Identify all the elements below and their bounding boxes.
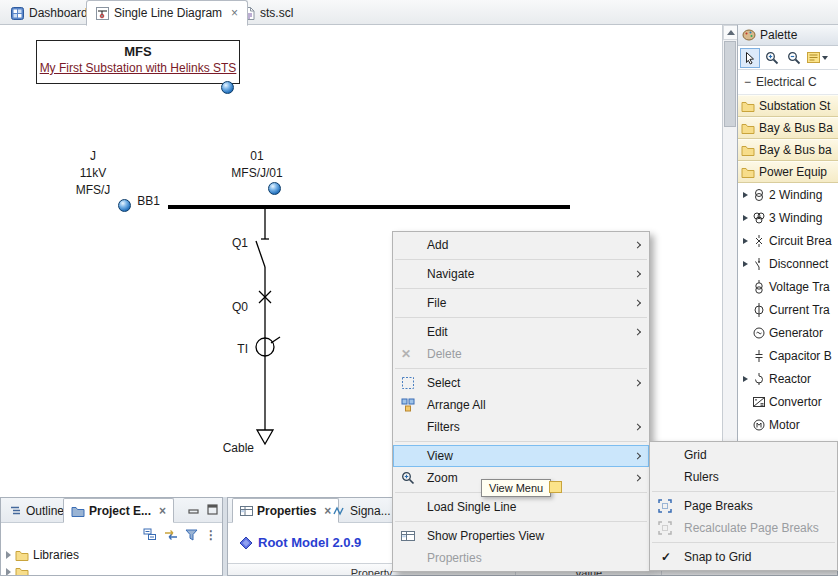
globe-marker-icon[interactable] <box>268 182 281 195</box>
zoom-icon <box>401 471 415 485</box>
palette-drawer-substation[interactable]: Substation St <box>738 95 838 117</box>
menu-item-properties[interactable]: Properties <box>393 547 649 569</box>
collapse-all-icon[interactable] <box>143 528 157 541</box>
feeder-symbols[interactable] <box>256 209 280 444</box>
voltage-level-label[interactable]: J 11kV MFS/J <box>58 148 128 199</box>
expand-arrow-icon[interactable] <box>741 238 749 244</box>
palette-tool-convertor[interactable]: Convertor <box>738 390 838 413</box>
transformer-3-winding-icon <box>752 211 766 225</box>
tab-label: Project E... <box>89 504 151 518</box>
link-with-editor-icon[interactable] <box>164 529 178 541</box>
menu-item-grid[interactable]: Grid <box>650 444 837 466</box>
filter-icon[interactable] <box>185 529 198 541</box>
expand-arrow-icon[interactable] <box>741 192 749 198</box>
menu-item-page-breaks[interactable]: Page Breaks <box>650 495 837 517</box>
tree-item-partial[interactable] <box>1 563 222 576</box>
palette-drawer-power-equipment[interactable]: Power Equip <box>738 161 838 183</box>
palette-drawer-bay-busbar-1[interactable]: Bay & Bus Ba <box>738 117 838 139</box>
dashboard-icon <box>11 7 24 20</box>
minimize-icon[interactable] <box>188 504 199 515</box>
menu-item-recalculate-page-breaks[interactable]: Recalculate Page Breaks <box>650 517 837 539</box>
palette-tool-reactor[interactable]: Reactor <box>738 367 838 390</box>
menu-item-navigate[interactable]: Navigate <box>393 263 649 285</box>
menu-item-file[interactable]: File <box>393 292 649 314</box>
arrange-all-icon <box>401 398 415 412</box>
menu-item-filters[interactable]: Filters <box>393 416 649 438</box>
globe-marker-icon[interactable] <box>221 81 234 94</box>
view-menu-icon[interactable]: ⋮ <box>205 528 217 542</box>
busbar-symbol[interactable] <box>168 205 570 209</box>
palette-panel: Palette − Electrical C Substation St Bay… <box>737 25 838 497</box>
scrollbar-thumb[interactable] <box>724 41 736 127</box>
tool-label: Disconnect <box>769 257 828 271</box>
palette-tool-2-winding[interactable]: 2 Winding <box>738 183 838 206</box>
expand-arrow-icon[interactable] <box>741 261 749 267</box>
single-line-diagram-icon <box>96 7 109 20</box>
zoom-in-icon <box>765 51 779 65</box>
menu-item-label: Page Breaks <box>684 499 753 513</box>
menu-item-label: Grid <box>684 448 707 462</box>
palette-tool-circuit-breaker[interactable]: Circuit Brea <box>738 229 838 252</box>
editor-tab-bar: Dashboard Single Line Diagram × sts.scl <box>0 0 838 25</box>
substation-box[interactable]: MFS My First Substation with Helinks STS <box>36 40 240 84</box>
menu-item-add[interactable]: Add <box>393 234 649 256</box>
menu-item-edit[interactable]: Edit <box>393 321 649 343</box>
menu-item-snap-to-grid[interactable]: ✓Snap to Grid <box>650 546 837 568</box>
tab-label: sts.scl <box>260 6 293 20</box>
menu-separator <box>652 491 835 492</box>
tab-project-explorer[interactable]: Project E... × <box>63 498 174 523</box>
tool-label: Current Tra <box>769 303 830 317</box>
menu-item-view[interactable]: View <box>393 445 649 467</box>
close-icon[interactable]: × <box>159 504 166 518</box>
tree-expand-icon[interactable] <box>6 568 11 576</box>
menu-item-rulers[interactable]: Rulers <box>650 466 837 488</box>
menu-item-select[interactable]: Select <box>393 372 649 394</box>
palette-tool-generator[interactable]: Generator <box>738 321 838 344</box>
palette-drawer-bay-busbar-2[interactable]: Bay & Bus ba <box>738 139 838 161</box>
palette-tool-disconnector[interactable]: Disconnect <box>738 252 838 275</box>
tree-expand-icon[interactable] <box>6 551 11 559</box>
globe-marker-icon[interactable] <box>118 199 131 212</box>
vertical-scrollbar[interactable] <box>722 25 737 497</box>
tool-label: 2 Winding <box>769 188 822 202</box>
zoom-in-tool-button[interactable] <box>762 48 782 68</box>
tab-single-line-diagram[interactable]: Single Line Diagram × <box>86 0 248 26</box>
tab-properties[interactable]: Properties × <box>232 498 339 523</box>
tab-label: Outline <box>26 504 64 518</box>
capacitor-bank-icon <box>752 349 766 363</box>
substation-link[interactable]: My First Substation with Helinks STS <box>37 61 239 75</box>
scroll-up-button[interactable] <box>723 25 738 40</box>
tree-item-libraries[interactable]: Libraries <box>1 546 222 563</box>
palette-header[interactable]: Palette <box>738 25 838 46</box>
label-line: 01 <box>215 148 299 165</box>
menu-item-label: Snap to Grid <box>684 550 751 564</box>
maximize-icon[interactable] <box>207 504 218 515</box>
bay-label[interactable]: 01 MFS/J/01 <box>215 148 299 182</box>
marquee-tool-button[interactable] <box>806 48 829 68</box>
tab-signals[interactable]: Signa... <box>326 498 398 523</box>
palette-tool-current-transformer[interactable]: Current Tra <box>738 298 838 321</box>
zoom-out-tool-button[interactable] <box>784 48 804 68</box>
submenu-arrow-icon <box>634 379 641 386</box>
palette-tool-motor[interactable]: Motor <box>738 413 838 436</box>
menu-item-label: Show Properties View <box>427 529 544 543</box>
label-line: MFS/J <box>58 182 128 199</box>
menu-item-delete[interactable]: ✕Delete <box>393 343 649 365</box>
expand-arrow-icon[interactable] <box>741 376 749 382</box>
tab-label: Properties <box>257 504 316 518</box>
expand-arrow-icon[interactable] <box>741 215 749 221</box>
tool-label: Generator <box>769 326 823 340</box>
submenu-arrow-icon <box>634 423 641 430</box>
menu-item-arrange-all[interactable]: Arrange All <box>393 394 649 416</box>
folder-icon <box>15 549 29 561</box>
menu-item-show-properties-view[interactable]: Show Properties View <box>393 525 649 547</box>
menu-item-load-single-line[interactable]: Load Single Line <box>393 496 649 518</box>
select-tool-button[interactable] <box>740 48 760 68</box>
palette-tool-capacitor-bank[interactable]: Capacitor B <box>738 344 838 367</box>
close-icon[interactable]: × <box>231 6 238 20</box>
tab-dashboard[interactable]: Dashboard <box>2 1 97 25</box>
palette-tool-voltage-transformer[interactable]: Voltage Tra <box>738 275 838 298</box>
palette-group-electrical[interactable]: − Electrical C <box>738 70 838 95</box>
tab-outline[interactable]: Outline <box>2 498 71 523</box>
palette-tool-3-winding[interactable]: 3 Winding <box>738 206 838 229</box>
